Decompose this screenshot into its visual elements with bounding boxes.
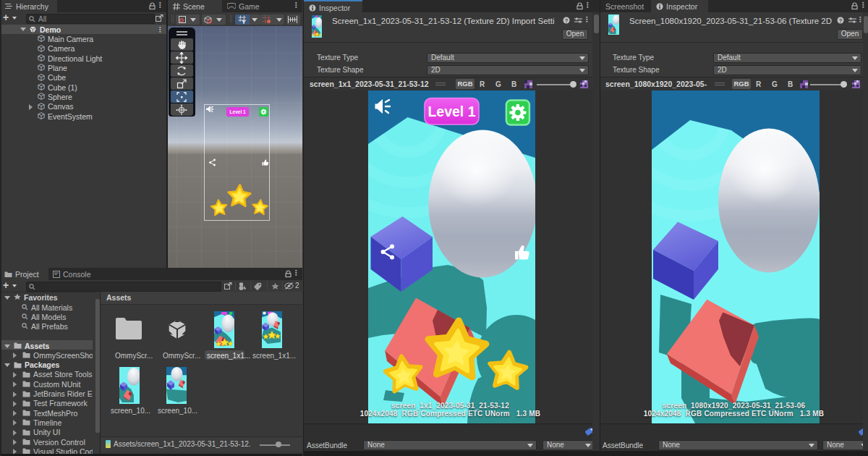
svg-text:Level 1: Level 1 (427, 104, 475, 119)
svg-text:?: ? (839, 17, 843, 24)
svg-text:?: ? (565, 17, 569, 24)
svg-text:Y: Y (242, 19, 246, 25)
